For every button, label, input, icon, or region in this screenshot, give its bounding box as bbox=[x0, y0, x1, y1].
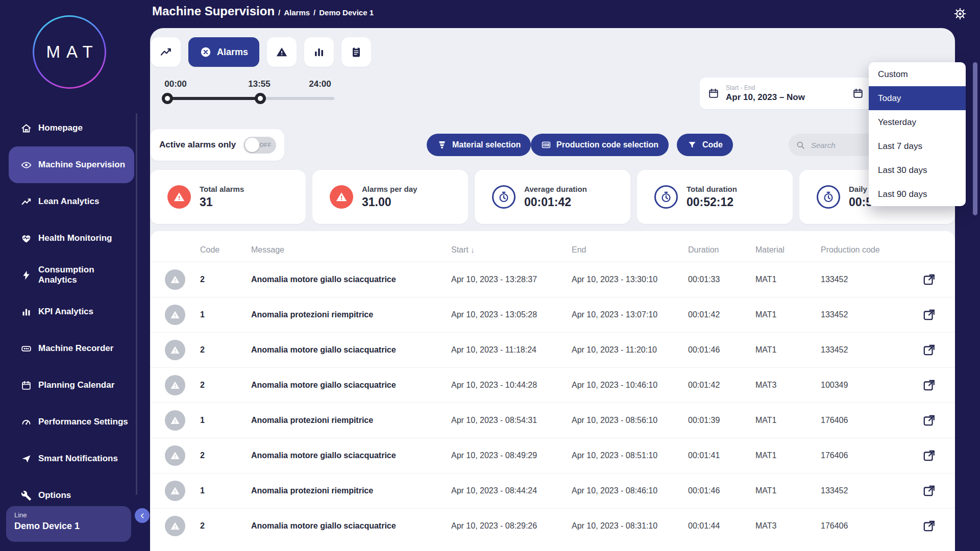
open-alarm-button[interactable] bbox=[919, 340, 939, 360]
toolbar-tab-trends[interactable] bbox=[151, 37, 181, 67]
date-range-text: Start - End Apr 10, 2023 – Now bbox=[726, 84, 805, 103]
production-code-selection-button[interactable]: Production code selection bbox=[531, 134, 669, 156]
app-root: MAT HomepageMachine SupervisionLean Anal… bbox=[0, 0, 980, 551]
sidebar-item-label: Performance Settings bbox=[38, 417, 129, 427]
date-range-option-last-90-days[interactable]: Last 90 days bbox=[869, 182, 966, 206]
toolbar-tab-alarms[interactable]: Alarms bbox=[188, 37, 259, 67]
slider-end-label: 24:00 bbox=[302, 79, 338, 89]
open-alarm-button[interactable] bbox=[919, 516, 939, 536]
table-row: 1Anomalia protezioni riempitriceApr 10, … bbox=[150, 297, 955, 332]
home-icon bbox=[21, 123, 32, 134]
toolbar-tab-statistics[interactable] bbox=[304, 37, 334, 67]
open-alarm-button[interactable] bbox=[919, 481, 939, 500]
cell-start: Apr 10, 2023 - 08:49:29 bbox=[451, 451, 572, 460]
cell-message: Anomalia motore giallo sciacquatrice bbox=[251, 521, 451, 531]
date-range-option-yesterday[interactable]: Yesterday bbox=[869, 110, 966, 134]
column-header-code[interactable]: Code bbox=[200, 245, 251, 255]
slider-handle-start[interactable] bbox=[162, 93, 173, 104]
sidebar-item-label: KPI Analytics bbox=[38, 307, 129, 317]
warning-icon bbox=[165, 516, 185, 536]
cell-end: Apr 10, 2023 - 13:07:10 bbox=[572, 310, 688, 319]
toolbar-tab-report[interactable] bbox=[341, 37, 371, 67]
sidebar-item-label: Planning Calendar bbox=[38, 380, 129, 390]
active-alarms-toggle[interactable]: OFF bbox=[243, 137, 276, 154]
material-selection-button[interactable]: Material selection bbox=[427, 134, 531, 156]
breadcrumb-separator: / bbox=[313, 8, 315, 17]
warning-icon bbox=[165, 375, 185, 395]
slider-start-label: 00:00 bbox=[158, 79, 193, 89]
trend-icon bbox=[21, 196, 32, 207]
cell-end: Apr 10, 2023 - 10:46:10 bbox=[572, 381, 688, 390]
stat-label: Average duration bbox=[524, 185, 587, 193]
settings-button[interactable] bbox=[950, 6, 968, 23]
table-row: 2Anomalia motore giallo sciacquatriceApr… bbox=[150, 508, 955, 543]
sidebar-item-kpi-analytics[interactable]: KPI Analytics bbox=[9, 293, 134, 330]
sidebar-item-lean-analytics[interactable]: Lean Analytics bbox=[9, 183, 134, 220]
calendar-icon[interactable] bbox=[852, 88, 864, 99]
table-header: CodeMessageStart ↓EndDurationMaterialPro… bbox=[150, 238, 955, 262]
date-range-value: Apr 10, 2023 – Now bbox=[726, 92, 805, 103]
toolbar-tab-warnings[interactable] bbox=[267, 37, 297, 67]
open-alarm-button[interactable] bbox=[919, 446, 939, 465]
device-card[interactable]: Line Demo Device 1 bbox=[6, 506, 131, 542]
bars-icon bbox=[21, 307, 32, 317]
sidebar-item-homepage[interactable]: Homepage bbox=[9, 110, 134, 146]
breadcrumb-item[interactable]: Alarms bbox=[284, 8, 310, 17]
open-alarm-button[interactable] bbox=[919, 375, 939, 395]
cell-message: Anomalia motore giallo sciacquatrice bbox=[251, 345, 451, 355]
table-row: 1Anomalia protezioni riempitriceApr 10, … bbox=[150, 403, 955, 438]
sidebar-item-performance-settings[interactable]: Performance Settings bbox=[9, 404, 134, 440]
column-header-production-code[interactable]: Production code bbox=[821, 245, 902, 255]
date-range-dropdown: CustomTodayYesterdayLast 7 daysLast 30 d… bbox=[869, 62, 966, 206]
cell-end: Apr 10, 2023 - 08:51:10 bbox=[572, 451, 688, 460]
calendar-icon bbox=[708, 88, 719, 99]
sidebar-collapse-button[interactable] bbox=[135, 508, 150, 523]
column-header-material[interactable]: Material bbox=[755, 245, 821, 255]
logo-text: MAT bbox=[40, 42, 99, 62]
stat-label: Total duration bbox=[687, 185, 737, 193]
date-range-option-last-30-days[interactable]: Last 30 days bbox=[869, 158, 966, 182]
open-alarm-button[interactable] bbox=[919, 305, 939, 324]
sidebar-item-machine-supervision[interactable]: Machine Supervision bbox=[9, 146, 134, 183]
wrench-icon bbox=[21, 490, 32, 501]
sidebar-item-label: Health Monitoring bbox=[38, 233, 129, 243]
cell-duration: 00:01:33 bbox=[688, 275, 755, 284]
column-header-end[interactable]: End bbox=[572, 245, 688, 255]
table-row: 2Anomalia motore giallo sciacquatriceApr… bbox=[150, 262, 955, 297]
date-range-option-last-7-days[interactable]: Last 7 days bbox=[869, 134, 966, 158]
cell-message: Anomalia motore giallo sciacquatrice bbox=[251, 381, 451, 390]
date-range-option-today[interactable]: Today bbox=[869, 86, 966, 110]
page-title: Machine Supervision bbox=[152, 4, 275, 18]
stat-value: 00:52:12 bbox=[687, 195, 737, 209]
sidebar-item-health-monitoring[interactable]: Health Monitoring bbox=[9, 220, 134, 257]
code-filter-button[interactable]: Code bbox=[677, 134, 733, 156]
column-header-start[interactable]: Start ↓ bbox=[451, 245, 572, 255]
date-range-picker[interactable]: Start - End Apr 10, 2023 – Now bbox=[700, 78, 872, 109]
table-row: 2Anomalia motore giallo sciacquatriceApr… bbox=[150, 332, 955, 367]
sidebar-item-label: Machine Supervision bbox=[38, 160, 129, 170]
cell-production-code: 100349 bbox=[821, 381, 902, 390]
column-header-message[interactable]: Message bbox=[251, 245, 451, 255]
report-icon bbox=[350, 46, 362, 58]
view-tabs: Alarms bbox=[151, 37, 371, 67]
breadcrumb-item[interactable]: Demo Device 1 bbox=[319, 8, 374, 17]
sidebar-item-planning-calendar[interactable]: Planning Calendar bbox=[9, 367, 134, 404]
slider-handle-end[interactable] bbox=[255, 93, 266, 104]
date-range-option-custom[interactable]: Custom bbox=[869, 62, 966, 86]
sidebar-item-consumption-analytics[interactable]: Consumption Analytics bbox=[9, 257, 134, 293]
open-alarm-button[interactable] bbox=[919, 411, 939, 430]
column-header-duration[interactable]: Duration bbox=[688, 245, 755, 255]
cell-duration: 00:01:44 bbox=[688, 521, 755, 531]
cell-code: 1 bbox=[200, 416, 251, 425]
open-alarm-button[interactable] bbox=[919, 270, 939, 289]
date-range-label: Start - End bbox=[726, 84, 805, 91]
table-body: 2Anomalia motore giallo sciacquatriceApr… bbox=[150, 262, 955, 543]
sidebar-item-smart-notifications[interactable]: Smart Notifications bbox=[9, 440, 134, 477]
cell-production-code: 176406 bbox=[821, 451, 902, 460]
sidebar-item-machine-recorder[interactable]: Machine Recorder bbox=[9, 330, 134, 367]
stopwatch-icon bbox=[654, 185, 678, 209]
stopwatch-icon bbox=[817, 185, 840, 209]
page-scrollbar[interactable] bbox=[973, 62, 977, 215]
cell-end: Apr 10, 2023 - 08:56:10 bbox=[572, 416, 688, 425]
active-alarms-label: Active alarms only bbox=[159, 140, 236, 150]
